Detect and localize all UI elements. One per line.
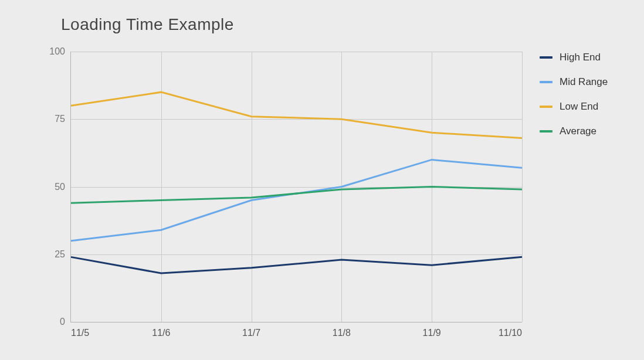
series-line-average — [71, 187, 522, 203]
legend-item-mid-range: Mid Range — [540, 76, 608, 88]
legend-item-low-end: Low End — [540, 101, 608, 113]
legend-label: High End — [560, 52, 601, 63]
x-tick-3: 11/8 — [333, 322, 351, 338]
legend-item-average: Average — [540, 125, 608, 137]
x-tick-2: 11/7 — [242, 322, 260, 338]
legend-swatch-icon — [540, 81, 553, 83]
series-line-high-end — [71, 257, 522, 273]
x-tick-5: 11/10 — [499, 322, 522, 338]
x-tick-4: 11/9 — [423, 322, 441, 338]
chart-lines — [71, 52, 522, 322]
legend-swatch-icon — [540, 106, 553, 108]
legend-label: Average — [560, 125, 596, 137]
x-tick-0: 11/5 — [71, 322, 89, 338]
y-tick-100: 100 — [49, 46, 71, 57]
plot-area: 0 25 50 75 100 11/5 11/6 11/7 11/8 11/9 … — [70, 52, 522, 322]
y-tick-75: 75 — [55, 114, 71, 124]
y-tick-50: 50 — [55, 182, 71, 192]
legend-swatch-icon — [540, 56, 553, 59]
chart-title: Loading Time Example — [61, 15, 234, 34]
legend-label: Low End — [560, 101, 598, 113]
legend: High End Mid Range Low End Average — [540, 52, 608, 150]
y-tick-0: 0 — [60, 317, 71, 327]
x-tick-1: 11/6 — [152, 322, 170, 338]
series-line-low-end — [71, 92, 522, 138]
legend-item-high-end: High End — [540, 52, 608, 63]
chart-container: Loading Time Example 0 25 50 75 100 11/5… — [0, 0, 644, 360]
legend-label: Mid Range — [560, 76, 608, 88]
y-tick-25: 25 — [55, 249, 71, 260]
gridline-x-5 — [522, 52, 523, 322]
legend-swatch-icon — [540, 130, 553, 133]
